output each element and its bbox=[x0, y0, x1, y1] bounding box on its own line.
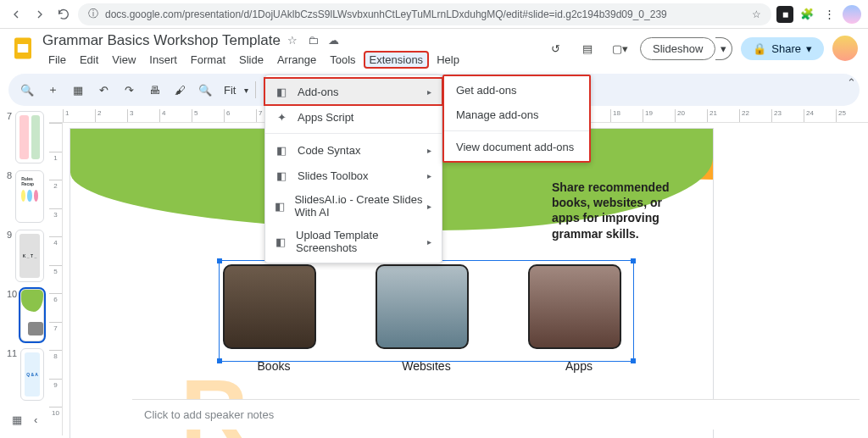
zoom-fit[interactable]: Fit bbox=[220, 84, 239, 97]
menu-bar: FileEditViewInsertFormatSlideArrangeTool… bbox=[42, 51, 543, 69]
menu-format[interactable]: Format bbox=[185, 51, 231, 69]
submenu-get-addons[interactable]: Get add-ons bbox=[444, 78, 589, 103]
slides-logo-icon[interactable] bbox=[10, 36, 36, 61]
ext-item-icon: ◧ bbox=[274, 198, 286, 213]
chevron-right-icon: ▸ bbox=[427, 202, 431, 211]
thumb-number: 8 bbox=[7, 170, 12, 180]
thumb-number: 10 bbox=[7, 289, 17, 299]
chevron-right-icon: ▸ bbox=[427, 146, 431, 155]
new-slide-icon[interactable]: ＋ bbox=[42, 80, 63, 100]
collapse-panel-icon[interactable]: ‹ bbox=[34, 413, 37, 426]
zoom-icon[interactable]: 🔍 bbox=[195, 80, 215, 100]
menu-arrange[interactable]: Arrange bbox=[271, 51, 322, 69]
slideshow-dropdown[interactable]: ▾ bbox=[715, 37, 732, 60]
menu-ext-item[interactable]: ◧SlidesAI.io - Create Slides With AI▸ bbox=[265, 188, 442, 224]
print-icon[interactable]: 🖶 bbox=[144, 80, 164, 100]
star-icon[interactable]: ☆ bbox=[752, 8, 761, 20]
collapse-toolbar-icon[interactable]: ⌃ bbox=[847, 76, 856, 89]
menu-edit[interactable]: Edit bbox=[74, 51, 104, 69]
addons-icon: ◧ bbox=[274, 84, 289, 99]
site-info-icon[interactable]: ⓘ bbox=[88, 7, 98, 21]
menu-insert[interactable]: Insert bbox=[143, 51, 183, 69]
ext-item-icon: ◧ bbox=[274, 234, 287, 249]
back-icon[interactable] bbox=[7, 5, 25, 24]
addons-submenu: Get add-ons Manage add-ons View document… bbox=[442, 75, 591, 163]
more-icon[interactable]: ⋮ bbox=[821, 6, 837, 23]
menu-file[interactable]: File bbox=[42, 51, 72, 69]
account-avatar[interactable] bbox=[832, 36, 858, 61]
speaker-notes[interactable]: Click to add speaker notes bbox=[132, 399, 860, 430]
chevron-right-icon: ▸ bbox=[427, 237, 431, 247]
ruler-vertical: 12345678910 bbox=[49, 123, 63, 435]
menu-slide[interactable]: Slide bbox=[233, 51, 270, 69]
menu-ext-item[interactable]: ◧Code Syntax▸ bbox=[265, 137, 442, 163]
star-doc-icon[interactable]: ☆ bbox=[287, 34, 301, 47]
svg-rect-1 bbox=[18, 44, 29, 53]
extensions-puzzle-icon[interactable]: 🧩 bbox=[798, 6, 815, 23]
thumbnail-panel: 78Rules Recap9K _ T _1011Q & A bbox=[0, 109, 49, 435]
thumb-number: 9 bbox=[7, 230, 12, 240]
thumb-number: 11 bbox=[7, 348, 17, 358]
ext-item-icon: ◧ bbox=[274, 168, 289, 183]
doc-title[interactable]: Grammar Basics Workshop Template bbox=[42, 32, 281, 49]
menu-view[interactable]: View bbox=[106, 51, 142, 69]
submenu-view-document-addons[interactable]: View document add-ons bbox=[444, 135, 589, 159]
thumbnail-slide-8[interactable]: Rules Recap bbox=[15, 170, 44, 223]
redo-icon[interactable]: ↷ bbox=[119, 80, 139, 100]
chevron-right-icon: ▸ bbox=[427, 171, 431, 180]
menu-apps-script[interactable]: ✦Apps Script bbox=[265, 104, 442, 130]
extensions-menu: ◧Add-ons ▸ ✦Apps Script ◧Code Syntax▸◧Sl… bbox=[264, 75, 442, 263]
extension-1-icon[interactable]: ◼ bbox=[776, 6, 793, 23]
thumbnail-slide-9[interactable]: K _ T _ bbox=[15, 230, 44, 282]
move-icon[interactable]: 🗀 bbox=[308, 34, 321, 47]
meet-icon[interactable]: ▢▾ bbox=[608, 36, 632, 60]
share-button[interactable]: 🔒 Share ▾ bbox=[741, 37, 824, 60]
thumb-number: 7 bbox=[7, 111, 12, 121]
menu-ext-item[interactable]: ◧Slides Toolbox▸ bbox=[265, 163, 442, 188]
thumbnail-slide-11[interactable]: Q & A bbox=[20, 348, 44, 401]
menu-help[interactable]: Help bbox=[431, 51, 465, 69]
grid-view-icon[interactable]: ▦ bbox=[12, 413, 22, 426]
menu-extensions[interactable]: Extensions bbox=[364, 51, 430, 69]
menu-tools[interactable]: Tools bbox=[324, 51, 361, 69]
history-icon[interactable]: ↺ bbox=[543, 36, 567, 60]
forward-icon[interactable] bbox=[31, 5, 49, 24]
thumbnail-slide-7[interactable] bbox=[15, 111, 44, 164]
paint-format-icon[interactable]: 🖌 bbox=[170, 80, 190, 100]
reload-icon[interactable] bbox=[54, 5, 73, 24]
url-text: docs.google.com/presentation/d/1DojUAklb… bbox=[105, 8, 667, 20]
ext-item-icon: ◧ bbox=[274, 142, 289, 158]
menu-addons[interactable]: ◧Add-ons ▸ bbox=[264, 77, 443, 106]
apps-script-icon: ✦ bbox=[274, 109, 289, 125]
cloud-status-icon: ☁ bbox=[328, 34, 342, 47]
selection-outline[interactable] bbox=[219, 260, 634, 362]
thumbnail-slide-10[interactable] bbox=[20, 289, 44, 341]
browser-avatar[interactable] bbox=[843, 5, 861, 24]
lock-icon: 🔒 bbox=[753, 42, 766, 55]
slideshow-button[interactable]: Slideshow bbox=[640, 37, 715, 60]
url-bar[interactable]: ⓘ docs.google.com/presentation/d/1DojUAk… bbox=[78, 3, 771, 25]
chevron-right-icon: ▸ bbox=[427, 87, 431, 97]
comments-icon[interactable]: ▤ bbox=[576, 36, 599, 60]
submenu-manage-addons[interactable]: Manage add-ons bbox=[444, 103, 589, 127]
search-menus-icon[interactable]: 🔍 bbox=[17, 80, 37, 100]
slide-body-text[interactable]: Share recommended books, websites, or ap… bbox=[552, 180, 687, 241]
layout-icon[interactable]: ▦ bbox=[68, 80, 88, 100]
menu-ext-item[interactable]: ◧Upload Template Screenshots▸ bbox=[265, 224, 442, 259]
undo-icon[interactable]: ↶ bbox=[93, 80, 114, 100]
